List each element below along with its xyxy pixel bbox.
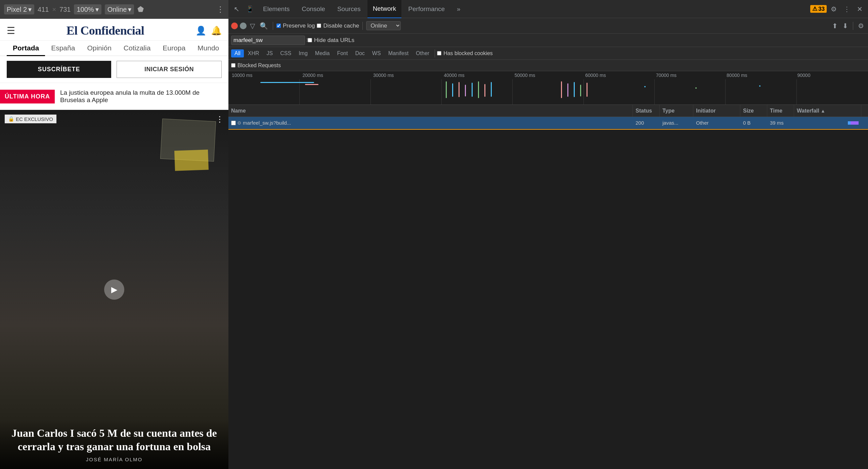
has-blocked-cookies-checkbox[interactable] [437, 51, 441, 56]
tab-network-label: Network [373, 5, 396, 12]
warning-badge: ⚠ 33 [810, 5, 827, 13]
search-input-wrap: ✕ [231, 36, 305, 45]
network-label: Online [107, 6, 127, 13]
network-selector[interactable]: Online ▾ [105, 4, 134, 14]
row-checkbox[interactable] [231, 121, 236, 125]
blocked-requests-row: Blocked Requests [228, 60, 868, 71]
th-type[interactable]: Type [660, 105, 693, 117]
login-button[interactable]: INICIAR SESIÓN [117, 61, 222, 78]
coords-sep: × [52, 6, 56, 13]
th-time[interactable]: Time [767, 105, 794, 117]
filter-icon[interactable]: ▽ [249, 22, 256, 30]
filter-tab-img[interactable]: Img [295, 50, 311, 58]
filter-tab-css[interactable]: CSS [277, 50, 294, 58]
tick-70000: 70000 ms [656, 72, 726, 78]
filter-tab-xhr[interactable]: XHR [245, 50, 263, 58]
tab-more[interactable]: » [452, 0, 466, 18]
coord-x: 411 [38, 6, 49, 13]
device-selector[interactable]: Pixel 2 ▾ [4, 4, 34, 14]
th-waterfall[interactable]: Waterfall ▲ [794, 105, 861, 117]
table-header: Name Status Type Initiator Size Time Wat… [228, 105, 868, 117]
hero-more-button[interactable]: ⋮ [216, 115, 224, 124]
hero-article[interactable]: 🔒 EC EXCLUSIVO ⋮ ▶ Juan Carlos I sacó 5 … [0, 110, 228, 469]
disable-cache-checkbox[interactable] [317, 24, 321, 28]
th-name[interactable]: Name [228, 105, 633, 117]
network-search-input[interactable] [234, 37, 305, 44]
throttle-selector[interactable]: Online Fast 3G Slow 3G Offline [366, 21, 401, 30]
filter-tab-other[interactable]: Other [412, 50, 433, 58]
devtools-searchbar: ✕ Hide data URLs [228, 34, 868, 47]
tab-sources[interactable]: Sources [332, 0, 366, 18]
th-status[interactable]: Status [633, 105, 660, 117]
table-row[interactable]: ⚙ marfeel_sw.js?build... 200 javas... Ot… [228, 117, 868, 129]
tab-sources-label: Sources [337, 5, 361, 13]
tab-network[interactable]: Network [368, 0, 402, 18]
nav-item-cotizalia[interactable]: Cotizalia [118, 41, 157, 56]
preserve-log-checkbox[interactable] [276, 24, 281, 28]
hamburger-icon[interactable]: ☰ [7, 25, 15, 36]
hero-author: JOSÉ MARÍA OLMO [7, 457, 222, 462]
waterfall-timeline: 10000 ms 20000 ms 30000 ms 40000 ms 5000… [228, 71, 868, 79]
nav-item-europa[interactable]: Europa [157, 41, 191, 56]
th-initiator[interactable]: Initiator [693, 105, 740, 117]
tab-console[interactable]: Console [296, 0, 331, 18]
filter-tab-font[interactable]: Font [334, 50, 351, 58]
user-icon[interactable]: 👤 [195, 26, 206, 36]
hide-data-urls-label[interactable]: Hide data URLs [308, 37, 354, 44]
devtools-tab-icons: ⚠ 33 ⚙ ⋮ ✕ [810, 4, 865, 14]
network-table: Name Status Type Initiator Size Time Wat… [228, 105, 868, 287]
more-options-icon[interactable]: ⋮ [216, 5, 224, 14]
blocked-requests-checkbox[interactable] [231, 63, 236, 67]
zoom-selector[interactable]: 100% ▾ [74, 4, 101, 14]
filter-tab-ws[interactable]: WS [369, 50, 384, 58]
filter-tab-media[interactable]: Media [312, 50, 333, 58]
search-icon[interactable]: 🔍 [258, 22, 270, 30]
nav-item-portada[interactable]: Portada [7, 41, 45, 56]
stop-button[interactable] [240, 23, 247, 29]
nav-item-espana[interactable]: España [45, 41, 81, 56]
nav-item-opinion[interactable]: Opinión [81, 41, 117, 56]
filter-divider [435, 50, 435, 58]
pointer-tool-icon[interactable]: ↖ [231, 4, 242, 14]
hero-play-button[interactable]: ▶ [104, 280, 124, 300]
network-settings-icon[interactable]: ⚙ [857, 22, 865, 30]
hide-data-urls-checkbox[interactable] [308, 38, 312, 42]
preserve-log-checkbox-label[interactable]: Preserve log [276, 23, 315, 29]
devtools-more-icon[interactable]: ⋮ [841, 4, 853, 14]
filter-tab-js[interactable]: JS [264, 50, 276, 58]
hero-text-overlay: Juan Carlos I sacó 5 M de su cuenta ante… [0, 419, 228, 469]
td-initiator: Other [693, 117, 740, 129]
tab-elements[interactable]: Elements [258, 0, 295, 18]
td-type: javas... [660, 117, 693, 129]
breaking-news-label: ÚLTIMA HORA [0, 90, 55, 103]
filter-tab-manifest[interactable]: Manifest [385, 50, 412, 58]
nav-item-mundo[interactable]: Mundo [191, 41, 225, 56]
th-initiator-label: Initiator [696, 108, 716, 114]
tick-50000: 50000 ms [515, 72, 585, 78]
import-icon[interactable]: ⬆ [831, 22, 839, 30]
row-gear-icon: ⚙ [237, 120, 242, 126]
record-button[interactable] [231, 23, 238, 29]
devtools-network-toolbar: ▽ 🔍 Preserve log Disable cache Online Fa… [228, 18, 868, 34]
tick-10000: 10000 ms [232, 72, 302, 78]
notification-icon[interactable]: 🔔 [211, 26, 222, 36]
blocked-requests-text: Blocked Requests [238, 62, 281, 68]
disable-cache-checkbox-label[interactable]: Disable cache [317, 23, 359, 29]
warning-count: 33 [818, 6, 825, 12]
capture-icon[interactable]: ⬟ [137, 5, 144, 14]
devtools-close-icon[interactable]: ✕ [854, 4, 865, 14]
subscribe-button[interactable]: SUSCRÍBETE [7, 61, 111, 78]
tab-performance[interactable]: Performance [403, 0, 450, 18]
lock-icon: 🔒 [8, 116, 14, 122]
filter-tab-doc[interactable]: Doc [352, 50, 368, 58]
waterfall-lines [228, 79, 868, 104]
filter-tab-all[interactable]: All [231, 50, 244, 58]
device-tool-icon[interactable]: 📱 [244, 4, 256, 14]
blocked-requests-label[interactable]: Blocked Requests [231, 62, 281, 68]
devtools-settings-icon[interactable]: ⚙ [828, 4, 839, 14]
has-blocked-cookies-label[interactable]: Has blocked cookies [437, 51, 493, 57]
th-size[interactable]: Size [740, 105, 767, 117]
export-icon[interactable]: ⬇ [841, 22, 849, 30]
devtools-panel: ↖ 📱 Elements Console Sources Network Per… [228, 0, 868, 469]
th-name-label: Name [231, 108, 246, 114]
